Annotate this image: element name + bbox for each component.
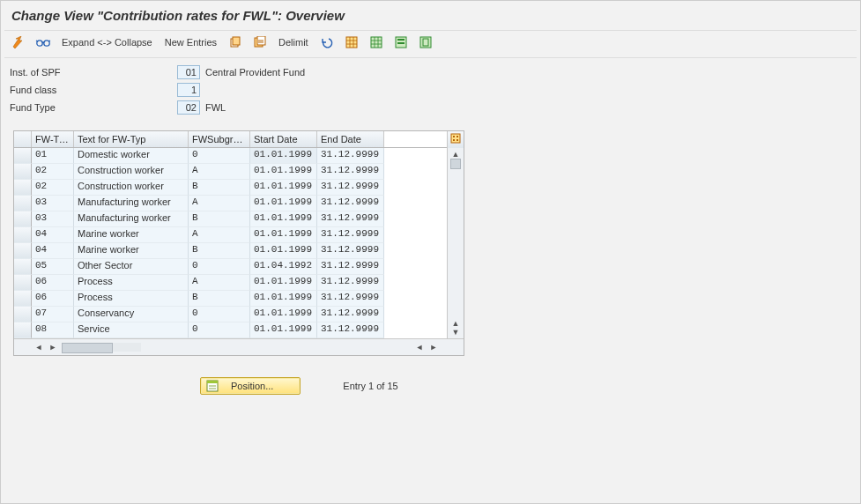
row-selector[interactable] [14, 180, 32, 196]
scroll-down-icon[interactable]: ▼ [452, 328, 460, 337]
table-settings-icon[interactable] [392, 34, 410, 50]
cell-end-date[interactable]: 31.12.9999 [317, 180, 384, 196]
cell-fwtype[interactable]: 07 [32, 307, 74, 322]
cell-end-date[interactable]: 31.12.9999 [317, 322, 384, 338]
position-button[interactable]: Position... [200, 377, 301, 395]
row-selector[interactable] [14, 291, 32, 307]
col-subgroup[interactable]: FWSubgru... [189, 131, 250, 147]
cell-subgroup[interactable]: 0 [189, 307, 250, 322]
cell-start-date[interactable]: 01.01.1999 [250, 211, 317, 227]
cell-fwtype[interactable]: 01 [32, 148, 74, 164]
cell-subgroup[interactable]: A [189, 275, 250, 291]
new-entries-button[interactable]: New Entries [162, 36, 219, 48]
cell-end-date[interactable]: 31.12.9999 [317, 259, 384, 275]
horizontal-scrollbar[interactable]: ◄ ► ◄ ► [14, 338, 464, 355]
cell-text[interactable]: Service [74, 322, 189, 338]
cell-fwtype[interactable]: 03 [32, 196, 74, 211]
row-selector[interactable] [14, 164, 32, 180]
cell-subgroup[interactable]: B [189, 243, 250, 259]
scroll-right2-icon[interactable]: ► [427, 343, 441, 352]
row-selector[interactable] [14, 227, 32, 243]
cell-text[interactable]: Domestic worker [74, 148, 189, 164]
row-selector[interactable] [14, 196, 32, 211]
cell-end-date[interactable]: 31.12.9999 [317, 211, 384, 227]
cell-subgroup[interactable]: 0 [189, 259, 250, 275]
row-selector[interactable] [14, 211, 32, 227]
cell-end-date[interactable]: 31.12.9999 [317, 227, 384, 243]
cell-fwtype[interactable]: 02 [32, 180, 74, 196]
cell-text[interactable]: Other Sector [74, 259, 189, 275]
cell-start-date[interactable]: 01.01.1999 [250, 291, 317, 307]
cell-text[interactable]: Process [74, 275, 189, 291]
scroll-up-icon[interactable]: ▲ [452, 150, 460, 159]
row-selector[interactable] [14, 259, 32, 275]
scroll-left-icon[interactable]: ◄ [32, 343, 46, 352]
cell-end-date[interactable]: 31.12.9999 [317, 164, 384, 180]
cell-subgroup[interactable]: 0 [189, 322, 250, 338]
cell-fwtype[interactable]: 08 [32, 322, 74, 338]
row-selector[interactable] [14, 275, 32, 291]
cell-fwtype[interactable]: 03 [32, 211, 74, 227]
cell-fwtype[interactable]: 06 [32, 291, 74, 307]
cell-text[interactable]: Process [74, 291, 189, 307]
hscroll-track[interactable] [62, 343, 141, 352]
scroll-up2-icon[interactable]: ▲ [452, 319, 460, 328]
cell-fwtype[interactable]: 06 [32, 275, 74, 291]
fund-class-value[interactable]: 1 [177, 83, 200, 97]
cell-fwtype[interactable]: 05 [32, 259, 74, 275]
cell-text[interactable]: Manufacturing worker [74, 211, 189, 227]
cell-subgroup[interactable]: 0 [189, 148, 250, 164]
cell-fwtype[interactable]: 02 [32, 164, 74, 180]
row-selector[interactable] [14, 307, 32, 322]
cell-start-date[interactable]: 01.01.1999 [250, 307, 317, 322]
other-view-icon[interactable] [10, 34, 27, 50]
scroll-left2-icon[interactable]: ◄ [412, 343, 427, 352]
cell-start-date[interactable]: 01.01.1999 [250, 227, 317, 243]
copy-icon[interactable] [226, 34, 244, 50]
grid-select-all-header[interactable] [14, 131, 32, 147]
copy-all-icon[interactable] [251, 34, 269, 50]
cell-start-date[interactable]: 01.04.1992 [250, 259, 317, 275]
cell-start-date[interactable]: 01.01.1999 [250, 322, 317, 338]
cell-fwtype[interactable]: 04 [32, 243, 74, 259]
row-selector[interactable] [14, 243, 32, 259]
cell-subgroup[interactable]: A [189, 227, 250, 243]
expand-collapse-button[interactable]: Expand <-> Collapse [59, 36, 155, 48]
cell-start-date[interactable]: 01.01.1999 [250, 196, 317, 211]
glasses-change-icon[interactable] [34, 34, 52, 50]
inst-spf-value[interactable]: 01 [177, 65, 200, 79]
undo-icon[interactable] [318, 34, 336, 50]
hscroll-thumb[interactable] [62, 343, 113, 353]
fund-type-value[interactable]: 02 [177, 100, 200, 115]
cell-text[interactable]: Construction worker [74, 180, 189, 196]
cell-fwtype[interactable]: 04 [32, 227, 74, 243]
scroll-right-icon[interactable]: ► [46, 343, 60, 352]
vertical-scrollbar[interactable]: ▲ ▲ ▼ [447, 148, 464, 338]
cell-subgroup[interactable]: B [189, 211, 250, 227]
cell-end-date[interactable]: 31.12.9999 [317, 196, 384, 211]
row-selector[interactable] [14, 148, 32, 164]
cell-end-date[interactable]: 31.12.9999 [317, 148, 384, 164]
scroll-thumb[interactable] [450, 159, 461, 169]
cell-subgroup[interactable]: B [189, 291, 250, 307]
col-text[interactable]: Text for FW-Typ [74, 131, 189, 147]
cell-end-date[interactable]: 31.12.9999 [317, 291, 384, 307]
cell-text[interactable]: Manufacturing worker [74, 196, 189, 211]
cell-text[interactable]: Construction worker [74, 164, 189, 180]
cell-text[interactable]: Marine worker [74, 227, 189, 243]
cell-start-date[interactable]: 01.01.1999 [250, 275, 317, 291]
cell-start-date[interactable]: 01.01.1999 [250, 243, 317, 259]
cell-start-date[interactable]: 01.01.1999 [250, 164, 317, 180]
cell-start-date[interactable]: 01.01.1999 [250, 180, 317, 196]
delimit-button[interactable]: Delimit [276, 36, 311, 48]
cell-subgroup[interactable]: A [189, 196, 250, 211]
col-start[interactable]: Start Date [250, 131, 317, 147]
row-selector[interactable] [14, 322, 32, 338]
col-end[interactable]: End Date [317, 131, 384, 147]
cell-text[interactable]: Conservancy [74, 307, 189, 322]
cell-subgroup[interactable]: A [189, 164, 250, 180]
cell-end-date[interactable]: 31.12.9999 [317, 243, 384, 259]
select-all-icon[interactable] [343, 34, 360, 50]
col-fwtype[interactable]: FW-Ty... [32, 131, 74, 147]
cell-end-date[interactable]: 31.12.9999 [317, 275, 384, 291]
